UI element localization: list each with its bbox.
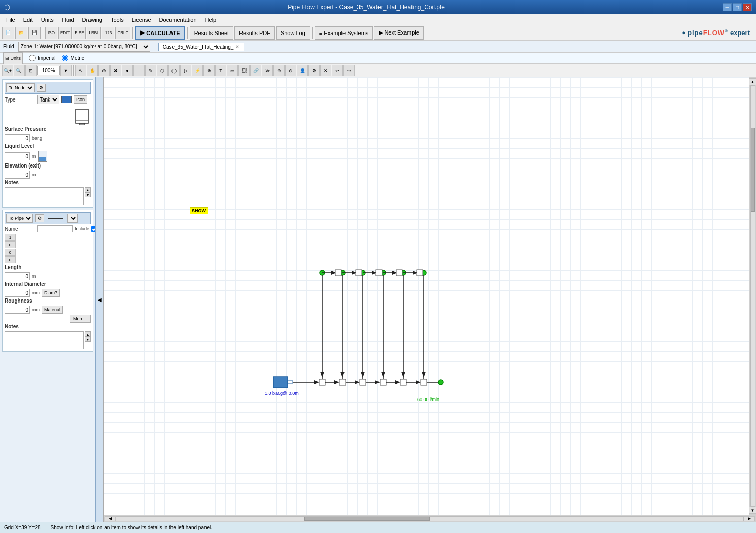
h-scrollbar-thumb[interactable] — [304, 517, 430, 521]
h-scrollbar[interactable]: ◀ ▶ — [104, 515, 756, 522]
fluid-selector[interactable]: Zone 1: Water [971.000000 kg/m³ at 0.0ba… — [18, 42, 150, 52]
settings-btn[interactable]: ⚙ — [308, 65, 320, 76]
zoom-out-btn[interactable]: 🔍- — [14, 65, 25, 76]
diam-button[interactable]: Diam? — [42, 289, 60, 297]
pipe-style-select[interactable]: ─ — [67, 214, 78, 223]
imperial-radio[interactable] — [29, 55, 36, 61]
top-connector-4[interactable] — [396, 270, 402, 276]
example-systems-button[interactable]: ≡ Example Systems — [315, 26, 373, 40]
zoom-dropdown-btn[interactable]: ▼ — [60, 65, 72, 76]
label-button[interactable]: LRBL — [87, 27, 101, 39]
clear-btn[interactable]: ✕ — [320, 65, 331, 76]
num-btn-0a[interactable]: 0 — [5, 241, 16, 248]
num-btn-1[interactable]: 1 — [5, 234, 16, 241]
link-btn[interactable]: 🔗 — [250, 65, 261, 76]
top-connector-1[interactable] — [335, 270, 341, 276]
save-button[interactable]: 💾 — [28, 27, 41, 39]
zoom-input[interactable] — [37, 66, 60, 75]
top-connector-2[interactable] — [356, 270, 362, 276]
top-connector-3[interactable] — [376, 270, 382, 276]
v-scrollbar-track[interactable] — [750, 85, 755, 507]
edit-button[interactable]: EDIT — [58, 27, 72, 39]
end-node[interactable] — [438, 380, 443, 385]
tab-close-icon[interactable]: ✕ — [235, 44, 239, 49]
menu-tools[interactable]: Tools — [107, 16, 128, 24]
menu-documentation[interactable]: Documentation — [155, 16, 201, 24]
node-settings-btn[interactable]: ⚙ — [37, 84, 46, 92]
h-scroll-left-btn[interactable]: ◀ — [105, 516, 116, 521]
panel-collapse-btn[interactable]: ◀ — [96, 77, 104, 522]
menu-file[interactable]: File — [2, 16, 19, 24]
undo-btn[interactable]: ↩ — [332, 65, 343, 76]
pipe-tool-btn[interactable]: ─ — [133, 65, 145, 76]
tank-element[interactable] — [273, 377, 288, 388]
name-input[interactable] — [37, 225, 73, 232]
elevation-input[interactable] — [5, 171, 30, 179]
pipe-settings-btn[interactable]: ⚙ — [35, 214, 44, 222]
draw-btn6[interactable]: ⚡ — [192, 65, 203, 76]
connector-5[interactable] — [400, 379, 406, 385]
canvas-area[interactable]: SHOW 1.0 bar.g@ 0.0m 60.00 l/min — [104, 77, 749, 515]
iso-button[interactable]: ISO — [45, 27, 57, 39]
units-button[interactable]: ⊞ Units — [3, 52, 23, 64]
menu-help[interactable]: Help — [201, 16, 221, 24]
pan-tool-btn[interactable]: ✋ — [87, 65, 98, 76]
results-sheet-button[interactable]: Results Sheet — [190, 26, 233, 40]
zoom-fit-btn[interactable]: ⊡ — [25, 65, 37, 76]
connector-4[interactable] — [380, 379, 386, 385]
draw-btn4[interactable]: ◯ — [168, 65, 180, 76]
type-select[interactable]: Tank — [37, 95, 59, 104]
draw-btn5[interactable]: ▷ — [180, 65, 191, 76]
liquid-level-input[interactable] — [5, 152, 30, 160]
zoom-in2-btn[interactable]: ⊕ — [273, 65, 285, 76]
roughness-input[interactable] — [5, 306, 30, 314]
results-pdf-button[interactable]: Results PDF — [234, 26, 275, 40]
pipe-button[interactable]: PIPE — [73, 27, 86, 39]
num-btn-0c[interactable]: 0 — [5, 256, 16, 263]
v-scrollbar[interactable]: ▲ ▼ — [749, 77, 756, 515]
draw-btn2[interactable]: ✎ — [145, 65, 156, 76]
pipe-notes-textarea[interactable] — [5, 331, 84, 349]
zoom-in-btn[interactable]: 🔍+ — [2, 65, 13, 76]
int-diam-input[interactable] — [5, 289, 30, 297]
text-btn[interactable]: T — [215, 65, 226, 76]
menu-license[interactable]: License — [128, 16, 155, 24]
123-button[interactable]: 123 — [102, 27, 114, 39]
file-tab-active[interactable]: Case_35_Water_Flat_Heating_ ✕ — [158, 43, 245, 51]
v-scrollbar-thumb[interactable] — [751, 128, 755, 212]
person-btn[interactable]: 👤 — [297, 65, 308, 76]
metric-radio[interactable] — [62, 55, 68, 61]
redo-btn[interactable]: ↪ — [343, 65, 355, 76]
h-scrollbar-track[interactable] — [116, 516, 744, 521]
draw-btn3[interactable]: ⬡ — [157, 65, 168, 76]
menu-units[interactable]: Units — [37, 16, 58, 24]
maximize-button[interactable]: □ — [733, 3, 742, 11]
menu-fluid[interactable]: Fluid — [58, 16, 78, 24]
connector-2[interactable] — [339, 379, 346, 385]
zoom-out2-btn[interactable]: ⊖ — [285, 65, 296, 76]
flow-btn[interactable]: ≫ — [262, 65, 273, 76]
new-button[interactable]: 📄 — [2, 27, 14, 39]
h-scroll-right-btn[interactable]: ▶ — [744, 516, 755, 521]
show-label[interactable]: SHOW — [190, 207, 208, 214]
connector-3[interactable] — [360, 379, 366, 385]
menu-drawing[interactable]: Drawing — [78, 16, 107, 24]
more-button[interactable]: More... — [70, 315, 91, 323]
top-connector-5[interactable] — [417, 270, 423, 276]
move-btn[interactable]: ⊕ — [98, 65, 110, 76]
next-example-button[interactable]: ▶ Next Example — [374, 26, 424, 40]
material-button[interactable]: Material — [42, 306, 63, 314]
connector-6[interactable] — [421, 379, 427, 385]
icon-btn[interactable]: Icon — [74, 95, 87, 104]
include-checkbox[interactable] — [91, 226, 96, 232]
surface-pressure-input[interactable] — [5, 134, 30, 142]
close-button[interactable]: ✕ — [743, 3, 752, 11]
crlc-button[interactable]: CRLC — [115, 27, 130, 39]
notes-scroll-down[interactable]: ▼ — [85, 192, 91, 197]
show-log-button[interactable]: Show Log — [276, 26, 310, 40]
rect-btn[interactable]: ▭ — [227, 65, 238, 76]
draw-btn7[interactable]: ⊗ — [203, 65, 215, 76]
calculate-button[interactable]: ▶ CALCULATE — [135, 26, 185, 40]
length-input[interactable] — [5, 272, 30, 280]
pipe-notes-scroll-down[interactable]: ▼ — [85, 337, 91, 342]
